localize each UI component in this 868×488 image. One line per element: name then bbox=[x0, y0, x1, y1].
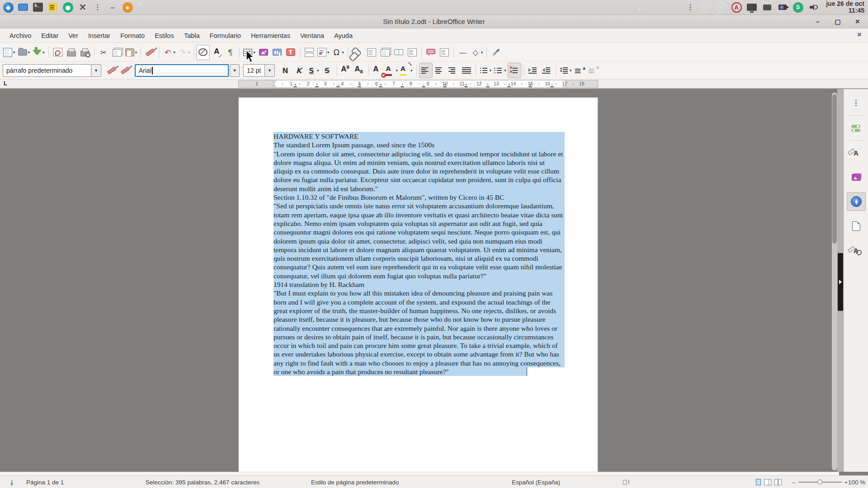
insert-field-button[interactable]: ▾ bbox=[316, 45, 331, 60]
word-count-status[interactable]: Selección: 395 palabras, 2.467 caractere… bbox=[146, 476, 259, 488]
spelling-button[interactable]: A bbox=[210, 45, 223, 60]
paragraph[interactable]: "But I must explain to you how all this … bbox=[274, 289, 565, 376]
increase-paragraph-spacing-button[interactable] bbox=[573, 63, 586, 78]
horizontal-ruler[interactable]: 1123456789101112131415161718 bbox=[238, 80, 598, 88]
page-number-status[interactable]: Página 1 de 1 bbox=[26, 476, 64, 488]
chevron-down-icon[interactable]: ▼ bbox=[91, 64, 101, 77]
underline-button[interactable]: S▾ bbox=[306, 63, 321, 78]
paragraph[interactable]: "Lorem ipsum dolor sit amet, consectetur… bbox=[274, 150, 565, 193]
accessibility-icon[interactable]: A bbox=[731, 2, 742, 13]
dropdown-arrow-icon[interactable]: ▾ bbox=[410, 68, 413, 73]
lock-icon[interactable]: 🔒︎ bbox=[122, 2, 133, 13]
paragraph[interactable]: Section 1.10.32 of "de Finibus Bonorum e… bbox=[274, 193, 565, 202]
dropdown-arrow-icon[interactable]: ▾ bbox=[570, 68, 572, 73]
zorin-menu-icon[interactable]: ◆ bbox=[3, 2, 14, 13]
find-replace-button[interactable] bbox=[196, 45, 210, 60]
insert-cross-reference-button[interactable] bbox=[406, 45, 419, 60]
clock[interactable]: jue 26 de oct 11:45 bbox=[823, 0, 864, 14]
scrollbar-thumb[interactable] bbox=[832, 94, 837, 244]
insert-image-button[interactable] bbox=[257, 45, 270, 60]
screenshot-icon[interactable]: ◉ bbox=[62, 2, 73, 13]
subscript-button[interactable]: AB bbox=[353, 63, 366, 78]
page-break-button[interactable] bbox=[302, 45, 316, 60]
tray-app-icon[interactable] bbox=[762, 2, 773, 13]
dropdown-arrow-icon[interactable]: ▾ bbox=[13, 50, 15, 55]
highlight-color-button[interactable]: A▾ bbox=[399, 63, 414, 78]
dropdown-arrow-icon[interactable]: ▾ bbox=[396, 68, 398, 73]
language-status[interactable]: Español (España) bbox=[512, 476, 560, 488]
redo-button[interactable]: ↷▾ bbox=[177, 45, 192, 60]
align-left-button[interactable] bbox=[419, 63, 433, 78]
basic-shapes-button[interactable]: ◇▾ bbox=[470, 45, 485, 60]
export-pdf-button[interactable] bbox=[51, 45, 65, 60]
tab-stop-selector[interactable]: L bbox=[4, 80, 10, 87]
decrease-paragraph-spacing-button[interactable] bbox=[586, 63, 600, 78]
clear-formatting-button[interactable]: A bbox=[371, 63, 385, 78]
close-document-icon[interactable]: × bbox=[854, 30, 864, 39]
insert-chart-button[interactable] bbox=[270, 45, 284, 60]
sidebar-hide-handle[interactable] bbox=[838, 253, 843, 311]
horizontal-scrollbar[interactable] bbox=[0, 472, 839, 475]
document-area[interactable]: HARDWARE Y SOFTWAREThe standard Lorem Ip… bbox=[0, 89, 839, 472]
insert-special-character-button[interactable]: Ω▾ bbox=[330, 45, 345, 60]
paragraph-style-combobox[interactable]: párrafo predeterminado ▼ bbox=[3, 64, 101, 77]
menu-formato[interactable]: Formato bbox=[115, 30, 150, 42]
window-titlebar[interactable]: Sin título 2.odt - LibreOffice Writer – … bbox=[0, 15, 868, 28]
menu-ayuda[interactable]: Ayuda bbox=[329, 30, 358, 42]
cut-button[interactable]: ✂ bbox=[97, 45, 110, 60]
no-list-button[interactable] bbox=[508, 63, 521, 78]
files-icon[interactable] bbox=[18, 2, 28, 13]
menu-estilos[interactable]: Estilos bbox=[150, 30, 179, 42]
print-button[interactable] bbox=[65, 45, 78, 60]
font-size-combobox[interactable]: 12 pt ▼ bbox=[243, 64, 275, 77]
overflow-dots-icon[interactable]: ⋮ bbox=[92, 2, 103, 13]
horizontal-line-button[interactable]: — bbox=[456, 45, 470, 60]
dropdown-arrow-icon[interactable]: ▾ bbox=[135, 50, 137, 55]
close-button[interactable]: × bbox=[854, 17, 862, 26]
zoom-slider-thumb[interactable] bbox=[817, 479, 822, 484]
insert-bookmark-button[interactable] bbox=[392, 45, 406, 60]
bold-button[interactable]: N bbox=[278, 63, 292, 78]
close-app-icon[interactable]: ✕ bbox=[77, 2, 88, 13]
align-center-button[interactable] bbox=[433, 63, 446, 78]
navigator-deck-button[interactable] bbox=[847, 192, 866, 211]
strikethrough-button[interactable]: S bbox=[321, 63, 334, 78]
font-size-value[interactable]: 12 pt bbox=[243, 64, 265, 77]
multi-page-view-icon[interactable] bbox=[764, 479, 769, 485]
zoom-percent[interactable]: 100 % bbox=[848, 476, 865, 488]
paragraph[interactable]: 1914 translation by H. Rackham bbox=[274, 280, 565, 289]
insert-endnote-button[interactable] bbox=[378, 45, 392, 60]
paste-button[interactable]: ▾ bbox=[124, 45, 139, 60]
s-service-icon[interactable]: S bbox=[793, 2, 803, 13]
italic-button[interactable]: K bbox=[292, 63, 306, 78]
dropdown-arrow-icon[interactable]: ▾ bbox=[504, 68, 506, 73]
superscript-button[interactable]: AB bbox=[339, 63, 353, 78]
styles-deck-button[interactable]: A bbox=[847, 143, 866, 162]
document-page[interactable]: HARDWARE Y SOFTWAREThe standard Lorem Ip… bbox=[238, 97, 598, 472]
update-style-button[interactable] bbox=[105, 63, 118, 78]
paragraph[interactable]: "Sed ut perspiciatis unde omnis iste nat… bbox=[274, 202, 565, 280]
track-changes-button[interactable] bbox=[438, 45, 451, 60]
unordered-list-button[interactable]: ▾ bbox=[478, 63, 493, 78]
open-button[interactable]: ▾ bbox=[17, 45, 32, 60]
page-style-status[interactable]: Estilo de página predeterminado bbox=[311, 476, 399, 488]
new-style-button[interactable] bbox=[118, 63, 132, 78]
dropdown-arrow-icon[interactable]: ▾ bbox=[481, 50, 483, 55]
menu-herramientas[interactable]: Herramientas bbox=[246, 30, 295, 42]
clone-formatting-button[interactable] bbox=[143, 45, 157, 60]
dropdown-arrow-icon[interactable]: ▾ bbox=[342, 50, 344, 55]
menu-ver[interactable]: Ver bbox=[63, 30, 83, 42]
dropdown-arrow-icon[interactable]: ▾ bbox=[253, 50, 255, 55]
insert-textbox-button[interactable]: T bbox=[284, 45, 297, 60]
page-deck-button[interactable] bbox=[847, 216, 866, 235]
new-document-button[interactable]: ▾ bbox=[2, 45, 17, 60]
save-button[interactable]: ▾ bbox=[31, 45, 46, 60]
minimize-button[interactable]: – bbox=[814, 18, 822, 25]
align-justify-button[interactable] bbox=[460, 63, 473, 78]
menu-editar[interactable]: Editar bbox=[36, 30, 63, 42]
zoom-slider-track[interactable] bbox=[798, 482, 842, 483]
decrease-indent-button[interactable] bbox=[540, 63, 553, 78]
ordered-list-button[interactable]: ▾ bbox=[493, 63, 508, 78]
dropdown-arrow-icon[interactable]: ▾ bbox=[327, 50, 330, 55]
line-spacing-button[interactable]: ▾ bbox=[558, 63, 573, 78]
